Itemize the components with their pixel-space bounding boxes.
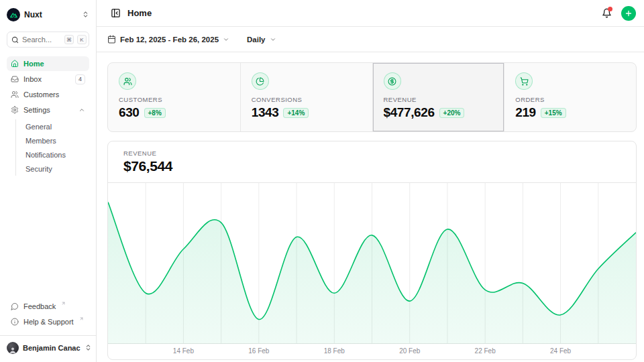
external-link-icon xyxy=(79,316,84,321)
stat-card-customers[interactable]: CUSTOMERS 630 +8% xyxy=(108,63,240,131)
notifications-button[interactable] xyxy=(598,5,614,21)
sidebar-item-members[interactable]: Members xyxy=(23,133,89,147)
topbar-actions xyxy=(598,5,636,21)
calendar-icon xyxy=(107,35,116,44)
notification-dot xyxy=(608,7,612,11)
stat-cards: CUSTOMERS 630 +8% CONVERSIONS 1343 +14% xyxy=(107,62,637,132)
user-menu[interactable]: Benjamin Canac xyxy=(7,341,89,355)
x-tick-label: 18 Feb xyxy=(324,347,345,355)
chevron-down-icon xyxy=(223,36,229,43)
stat-label: ORDERS xyxy=(515,96,625,103)
help-support-label: Help & Support xyxy=(23,318,74,326)
chart-plot-area[interactable] xyxy=(108,182,636,344)
revenue-chart-card: REVENUE $76,544 14 Feb16 Feb18 Feb20 Feb… xyxy=(107,141,637,360)
stat-label: CUSTOMERS xyxy=(119,96,229,103)
sidebar-item-settings[interactable]: Settings xyxy=(7,103,89,117)
x-tick-label: 22 Feb xyxy=(475,347,496,355)
user-section: Benjamin Canac xyxy=(0,335,96,357)
sidebar-item-customers[interactable]: Customers xyxy=(7,87,89,102)
inbox-count-badge: 4 xyxy=(75,74,85,84)
content: CUSTOMERS 630 +8% CONVERSIONS 1343 +14% xyxy=(97,52,644,360)
chart-metric-label: REVENUE xyxy=(123,149,636,157)
sidebar-item-label: Settings xyxy=(23,106,50,114)
sidebar-item-notifications[interactable]: Notifications xyxy=(23,147,89,162)
delta-badge: +15% xyxy=(541,108,566,118)
external-link-icon xyxy=(61,301,66,306)
sidebar-item-label: Inbox xyxy=(23,75,42,83)
chevrons-up-down-icon xyxy=(82,9,89,21)
stat-value: 219 xyxy=(515,105,536,120)
user-name: Benjamin Canac xyxy=(23,344,80,352)
plus-icon xyxy=(625,9,633,17)
kbd-k: K xyxy=(77,35,87,44)
house-icon xyxy=(11,60,19,68)
stat-label: REVENUE xyxy=(384,96,494,103)
cart-icon xyxy=(515,72,533,90)
x-tick-label: 16 Feb xyxy=(248,347,269,355)
stat-card-revenue[interactable]: REVENUE $477,626 +20% xyxy=(372,63,504,131)
sidebar-item-label: Home xyxy=(23,60,44,68)
chart-metric-value: $76,544 xyxy=(123,158,636,174)
sidebar-nav: Home Inbox 4 Customers Settings xyxy=(7,56,89,176)
granularity-label: Daily xyxy=(247,36,266,44)
date-range-picker[interactable]: Feb 12, 2025 - Feb 26, 2025 xyxy=(107,35,229,44)
feedback-link[interactable]: Feedback xyxy=(7,299,89,314)
help-support-link[interactable]: Help & Support xyxy=(7,314,89,329)
users-icon xyxy=(119,72,136,90)
chevrons-up-down-icon xyxy=(85,342,92,354)
filters-toolbar: Feb 12, 2025 - Feb 26, 2025 Daily xyxy=(97,27,644,52)
circle-dollar-icon xyxy=(384,72,401,90)
search-input[interactable]: Search... ⌘ K xyxy=(7,32,89,48)
date-range-label: Feb 12, 2025 - Feb 26, 2025 xyxy=(120,36,219,44)
search-icon xyxy=(11,36,19,44)
revenue-area-chart xyxy=(108,182,636,344)
main-area: Home Feb 12, 2 xyxy=(97,0,644,362)
sidebar-item-home[interactable]: Home xyxy=(7,56,89,71)
dashboard-app: Nuxt Search... ⌘ K Home xyxy=(0,0,644,362)
chevron-down-icon xyxy=(270,36,276,43)
topbar: Home xyxy=(97,0,644,27)
nuxt-logo-icon xyxy=(7,8,20,21)
chat-bubble-icon xyxy=(11,302,19,310)
avatar xyxy=(7,342,19,354)
add-button[interactable] xyxy=(621,6,636,21)
sidebar-item-general[interactable]: General xyxy=(23,119,89,133)
chart-header: REVENUE $76,544 xyxy=(108,141,636,174)
pie-chart-icon xyxy=(252,72,269,90)
x-axis: 14 Feb16 Feb18 Feb20 Feb22 Feb24 Feb xyxy=(108,344,636,359)
stat-value: 630 xyxy=(119,105,140,120)
delta-badge: +20% xyxy=(439,108,465,118)
stat-label: CONVERSIONS xyxy=(252,96,362,103)
x-tick-label: 24 Feb xyxy=(550,347,571,355)
page-title: Home xyxy=(127,8,152,18)
panel-left-close-icon xyxy=(111,8,121,18)
x-tick-label: 14 Feb xyxy=(173,347,194,355)
stat-card-orders[interactable]: ORDERS 219 +15% xyxy=(504,63,636,131)
stat-value: 1343 xyxy=(252,105,279,120)
granularity-select[interactable]: Daily xyxy=(247,36,276,44)
info-icon xyxy=(11,318,19,326)
search-placeholder: Search... xyxy=(22,36,61,44)
collapse-sidebar-button[interactable] xyxy=(107,5,123,21)
chevron-up-icon xyxy=(78,107,85,113)
users-icon xyxy=(11,90,19,99)
kbd-cmd: ⌘ xyxy=(64,35,74,44)
sidebar-footer: Feedback Help & Support xyxy=(7,299,89,357)
sidebar-item-label: Customers xyxy=(23,90,59,99)
gear-icon xyxy=(11,106,19,114)
feedback-label: Feedback xyxy=(23,302,56,310)
sidebar: Nuxt Search... ⌘ K Home xyxy=(0,0,97,362)
sidebar-item-inbox[interactable]: Inbox 4 xyxy=(7,72,89,86)
x-tick-label: 20 Feb xyxy=(399,347,420,355)
delta-badge: +14% xyxy=(283,108,309,118)
stat-card-conversions[interactable]: CONVERSIONS 1343 +14% xyxy=(240,63,372,131)
team-name: Nuxt xyxy=(24,10,42,19)
stat-value: $477,626 xyxy=(384,105,435,120)
delta-badge: +8% xyxy=(144,108,166,118)
settings-subtree: General Members Notifications Security xyxy=(15,119,89,176)
inbox-icon xyxy=(11,75,19,83)
team-switcher[interactable]: Nuxt xyxy=(7,7,89,23)
sidebar-item-security[interactable]: Security xyxy=(23,162,89,176)
